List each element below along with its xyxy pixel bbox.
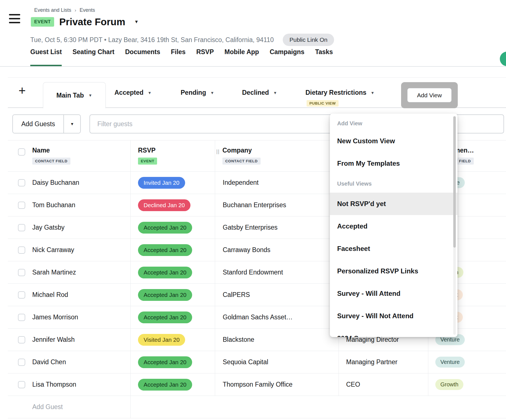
guest-name[interactable]: Sarah Martinez — [32, 269, 76, 276]
view-tab-accepted[interactable]: Accepted▼ — [114, 78, 151, 108]
breadcrumb-events[interactable]: Events — [80, 7, 95, 13]
investment-badge: Growth — [435, 379, 463, 390]
guest-name[interactable]: Lisa Thompson — [32, 381, 76, 388]
row-checkbox[interactable] — [18, 314, 25, 321]
tab-rsvp[interactable]: RSVP — [196, 48, 214, 67]
guest-name-cell: James Morrison — [8, 306, 131, 328]
row-checkbox[interactable] — [18, 246, 25, 254]
menu-item-personalized-rsvp-links[interactable]: Personalized RSVP Links — [330, 260, 457, 282]
column-header-name: NameCONTACT FIELD — [8, 140, 131, 171]
page-title: Private Forum — [59, 16, 125, 27]
company-cell: Goldman Sachs Asset… — [215, 306, 339, 328]
tab-tasks[interactable]: Tasks — [315, 48, 333, 67]
row-checkbox[interactable] — [18, 336, 25, 343]
menu-item-from-my-templates[interactable]: From My Templates — [330, 152, 457, 175]
row-checkbox[interactable] — [18, 291, 25, 299]
job-title-cell: Managing Partner — [339, 351, 428, 373]
rsvp-cell: Accepted Jan 20 — [131, 284, 215, 306]
job-title-value: Managing Director — [346, 336, 399, 343]
view-tab-declined[interactable]: Declined▼ — [242, 78, 277, 108]
title-dropdown-caret-icon[interactable]: ▼ — [134, 19, 139, 24]
rsvp-status-pill[interactable]: Declined Jan 20 — [138, 199, 190, 211]
rsvp-status-pill[interactable]: Accepted Jan 20 — [138, 244, 192, 256]
company-cell: Independent — [215, 172, 339, 194]
guest-name[interactable]: Nick Carraway — [32, 246, 74, 254]
add-tab-button[interactable]: + — [19, 84, 26, 97]
column-field-badge: CONTACT FIELD — [222, 158, 261, 165]
table-row: Lisa ThompsonAccepted Jan 20Thompson Fam… — [8, 373, 506, 396]
guest-name[interactable]: Tom Buchanan — [32, 201, 75, 209]
column-label: Company — [222, 147, 339, 154]
add-guest-placeholder[interactable]: Add Guest — [32, 403, 63, 411]
add-view-dropdown-menu: Add ViewNew Custom ViewFrom My Templates… — [330, 114, 457, 337]
chat-bubble[interactable] — [500, 52, 506, 66]
tab-guest-list[interactable]: Guest List — [30, 48, 62, 67]
rsvp-cell: Accepted Jan 20 — [131, 261, 215, 283]
guest-name[interactable]: Daisy Buchanan — [32, 179, 79, 186]
menu-item-survey-will-attend[interactable]: Survey - Will Attend — [330, 282, 457, 305]
tab-documents[interactable]: Documents — [125, 48, 160, 67]
column-resize-handle-icon[interactable]: || — [216, 148, 220, 154]
company-value: Independent — [223, 179, 259, 186]
menu-item-facesheet[interactable]: Facesheet — [330, 237, 457, 260]
row-checkbox[interactable] — [18, 359, 25, 366]
rsvp-status-pill[interactable]: Accepted Jan 20 — [138, 311, 192, 323]
tab-files[interactable]: Files — [171, 48, 185, 67]
rsvp-status-pill[interactable]: Accepted Jan 20 — [138, 289, 192, 301]
rsvp-status-pill[interactable]: Visited Jan 20 — [138, 334, 185, 346]
rsvp-status-pill[interactable]: Accepted Jan 20 — [138, 267, 192, 278]
select-all-checkbox[interactable] — [18, 148, 25, 156]
rsvp-status-pill[interactable]: Accepted Jan 20 — [138, 356, 192, 368]
column-field-badge: CONTACT FIELD — [32, 158, 70, 165]
breadcrumb-events-and-lists[interactable]: Events and Lists — [34, 7, 71, 13]
dropdown-items: Add ViewNew Custom ViewFrom My Templates… — [330, 117, 457, 337]
add-view-button[interactable]: Add View — [407, 88, 452, 102]
rsvp-cell: Accepted Jan 20 — [131, 306, 215, 328]
row-checkbox[interactable] — [18, 381, 25, 388]
row-checkbox[interactable] — [18, 224, 25, 231]
guest-name-cell: Nick Carraway — [8, 239, 131, 261]
guest-name-cell: David Chen — [8, 351, 131, 373]
view-tab-pending[interactable]: Pending▼ — [181, 78, 214, 108]
view-tab-main-tab[interactable]: Main Tab ▼ — [43, 82, 106, 108]
company-cell: Stanford Endowment — [215, 261, 339, 283]
company-value: Buchanan Enterprises — [223, 201, 286, 209]
public-link-status-pill[interactable]: Public Link On — [283, 34, 334, 46]
rsvp-status-pill[interactable]: Accepted Jan 20 — [138, 222, 192, 234]
add-guests-dropdown-button[interactable]: ▼ — [63, 115, 80, 133]
rsvp-status-pill[interactable]: Accepted Jan 20 — [138, 379, 192, 391]
subtitle-row: Tue, Oct 5, 6:30 PM PDT • Lazy Bear, 341… — [30, 34, 334, 46]
row-checkbox[interactable] — [18, 202, 25, 209]
menu-item-2024-s[interactable]: 2024 S… — [330, 327, 457, 337]
column-label: Name — [32, 147, 130, 154]
investment-badge: Venture — [435, 357, 465, 368]
rsvp-status-pill[interactable]: Invited Jan 20 — [138, 177, 185, 189]
menu-item-accepted[interactable]: Accepted — [330, 215, 457, 237]
guest-name[interactable]: Michael Rod — [32, 291, 68, 299]
guest-name-cell: Lisa Thompson — [8, 373, 131, 396]
tab-campaigns[interactable]: Campaigns — [270, 48, 304, 67]
tab-mobile-app[interactable]: Mobile App — [224, 48, 259, 67]
company-value: Blackstone — [223, 336, 254, 343]
row-checkbox[interactable] — [18, 179, 25, 186]
hamburger-menu-icon[interactable] — [9, 14, 20, 23]
add-guest-row[interactable]: Add Guest — [8, 396, 506, 418]
guest-name[interactable]: David Chen — [32, 358, 66, 366]
company-cell: Blackstone — [215, 329, 339, 351]
menu-item-survey-will-not-attend[interactable]: Survey - Will Not Attend — [330, 305, 457, 327]
rsvp-cell: Accepted Jan 20 — [131, 239, 215, 261]
menu-item-new-custom-view[interactable]: New Custom View — [330, 130, 457, 152]
guest-name[interactable]: Jennifer Walsh — [32, 336, 75, 343]
job-title-value: CEO — [346, 381, 360, 388]
add-guests-button[interactable]: Add Guests — [13, 115, 63, 133]
view-tab-label: Dietary Restrictions — [305, 89, 366, 96]
tab-seating-chart[interactable]: Seating Chart — [72, 48, 114, 67]
dropdown-scrollbar-thumb[interactable] — [453, 116, 456, 248]
menu-item-not-rsvp-d-yet[interactable]: Not RSVP'd yet — [330, 193, 457, 215]
dropdown-section-header: Useful Views — [330, 175, 457, 193]
chevron-down-icon: ▼ — [371, 91, 374, 95]
guest-name[interactable]: Jay Gatsby — [32, 224, 65, 231]
guest-name[interactable]: James Morrison — [32, 313, 78, 321]
rsvp-cell: Visited Jan 20 — [131, 329, 215, 351]
row-checkbox[interactable] — [18, 269, 25, 276]
